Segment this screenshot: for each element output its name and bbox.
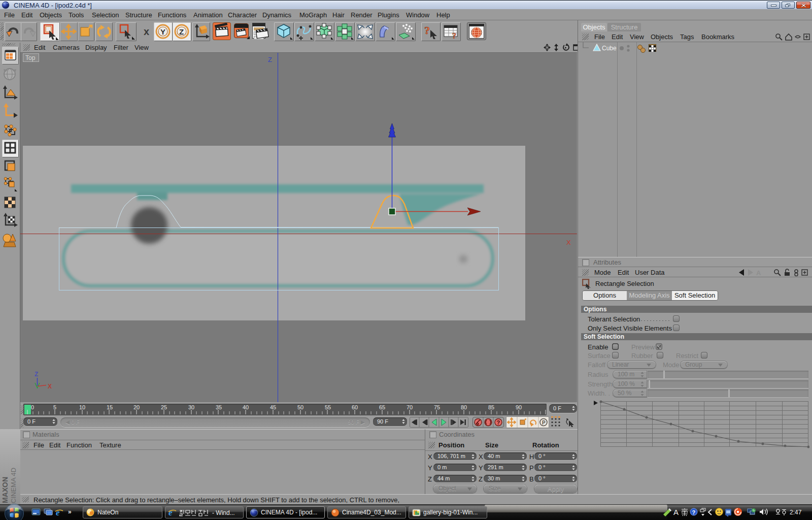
svg-text:Top: Top	[25, 54, 36, 61]
svg-text:?: ?	[692, 509, 696, 515]
svg-text:5: 5	[53, 404, 56, 410]
svg-text:75: 75	[434, 404, 440, 410]
svg-text:X: X	[48, 383, 52, 390]
svg-text:35: 35	[216, 404, 222, 410]
svg-text:15: 15	[107, 404, 113, 410]
svg-text:80: 80	[461, 404, 467, 410]
svg-text:10: 10	[79, 404, 85, 410]
svg-text:90: 90	[516, 404, 522, 410]
svg-text:A: A	[673, 508, 679, 516]
svg-text:P: P	[542, 420, 546, 426]
svg-text:Cube: Cube	[602, 45, 617, 52]
svg-text:Z: Z	[179, 27, 184, 36]
svg-text:A: A	[756, 269, 761, 276]
svg-text:65: 65	[379, 404, 385, 410]
svg-text:Z: Z	[268, 56, 272, 63]
svg-text:70: 70	[407, 404, 413, 410]
svg-text:?: ?	[497, 419, 500, 426]
svg-text:40: 40	[243, 404, 249, 410]
svg-text:Z: Z	[35, 371, 38, 378]
svg-text:20: 20	[133, 404, 140, 410]
svg-text:25: 25	[161, 404, 167, 410]
svg-text:x: x	[144, 26, 149, 37]
svg-text:60: 60	[352, 404, 358, 410]
svg-text:30: 30	[188, 404, 194, 410]
svg-text:Y: Y	[160, 27, 165, 36]
svg-text:0: 0	[31, 404, 34, 410]
svg-text:MAXON: MAXON	[1, 477, 9, 503]
svg-text:»: »	[68, 508, 72, 515]
svg-text:X: X	[566, 239, 571, 246]
svg-text:e: e	[168, 508, 173, 517]
svg-text:?: ?	[452, 31, 456, 40]
svg-text:85: 85	[488, 404, 494, 410]
svg-text:e: e	[56, 508, 60, 517]
svg-text:45: 45	[270, 404, 276, 410]
svg-text:?: ?	[424, 24, 430, 37]
svg-text:50: 50	[297, 404, 303, 410]
svg-text:CINEMA 4D: CINEMA 4D	[10, 468, 17, 503]
svg-text:55: 55	[325, 404, 331, 410]
